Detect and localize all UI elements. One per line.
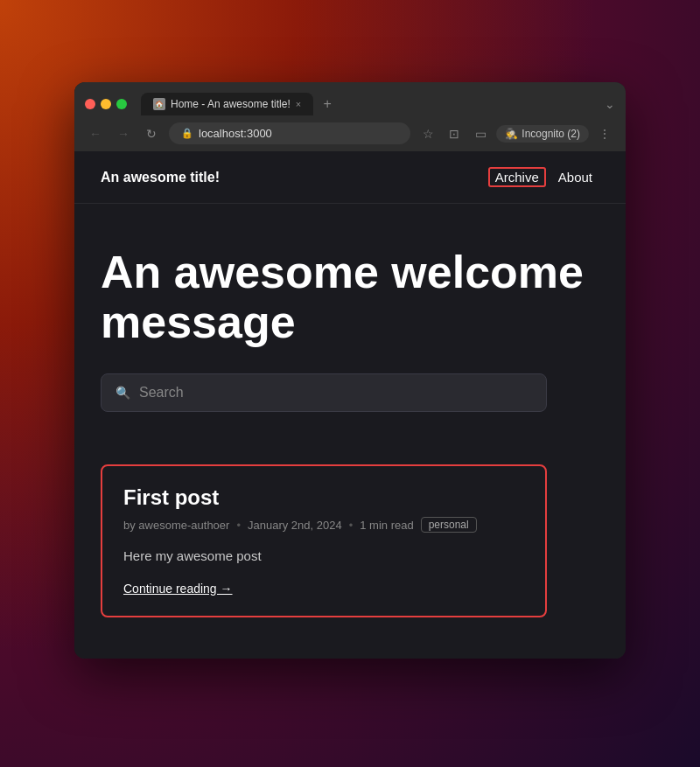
minimize-button[interactable] — [101, 99, 111, 109]
post-author: by awesome-authoer — [123, 519, 229, 532]
post-tag: personal — [421, 517, 477, 533]
profile-icon[interactable]: ▭ — [470, 123, 491, 144]
post-read-time: 1 min read — [360, 519, 413, 532]
lock-icon: 🔒 — [181, 128, 193, 139]
site-title: An awesome title! — [101, 170, 220, 185]
posts-section: First post by awesome-authoer • January … — [74, 438, 626, 644]
back-button[interactable]: ← — [85, 123, 106, 144]
post-meta-dot-2: • — [349, 519, 354, 532]
hero-section: An awesome welcome message 🔍 Search — [74, 204, 626, 438]
address-bar[interactable]: 🔒 localhost:3000 — [169, 122, 410, 144]
post-card: First post by awesome-authoer • January … — [101, 464, 547, 617]
bookmark-icon[interactable]: ☆ — [417, 123, 438, 144]
browser-toolbar: ← → ↻ 🔒 localhost:3000 ☆ ⊡ ▭ 🕵 Incognito… — [74, 115, 626, 151]
menu-icon[interactable]: ⋮ — [594, 123, 615, 144]
browser-titlebar: 🏠 Home - An awesome title! × + ⌄ — [74, 82, 626, 115]
maximize-button[interactable] — [116, 99, 127, 109]
incognito-badge[interactable]: 🕵 Incognito (2) — [496, 125, 589, 143]
address-text: localhost:3000 — [199, 127, 272, 140]
search-box[interactable]: 🔍 Search — [101, 373, 547, 412]
tab-more-button[interactable]: ⌄ — [605, 97, 615, 111]
site-header: An awesome title! Archive About — [74, 151, 626, 204]
extensions-icon[interactable]: ⊡ — [444, 123, 465, 144]
browser-top: 🏠 Home - An awesome title! × + ⌄ — [85, 93, 615, 115]
new-tab-button[interactable]: + — [317, 94, 338, 115]
post-meta: by awesome-authoer • January 2nd, 2024 •… — [123, 517, 524, 533]
post-excerpt: Here my awesome post — [123, 547, 524, 567]
forward-button[interactable]: → — [113, 123, 134, 144]
nav-archive[interactable]: Archive — [488, 167, 546, 187]
incognito-label: Incognito (2) — [522, 128, 580, 140]
toolbar-actions: ☆ ⊡ ▭ 🕵 Incognito (2) ⋮ — [417, 123, 615, 144]
page-content: An awesome title! Archive About An aweso… — [74, 151, 626, 659]
active-tab[interactable]: 🏠 Home - An awesome title! × — [141, 93, 313, 115]
tab-close-button[interactable]: × — [296, 99, 301, 109]
close-button[interactable] — [85, 99, 95, 109]
search-placeholder-text: Search — [139, 385, 184, 401]
post-date: January 2nd, 2024 — [248, 519, 342, 532]
read-more-link[interactable]: Continue reading → — [123, 582, 233, 596]
site-nav: Archive About — [488, 167, 599, 187]
post-title: First post — [123, 485, 524, 510]
refresh-button[interactable]: ↻ — [141, 123, 162, 144]
search-icon: 🔍 — [116, 386, 130, 400]
nav-about[interactable]: About — [551, 167, 599, 187]
post-meta-dot-1: • — [236, 519, 241, 532]
hero-title: An awesome welcome message — [101, 248, 599, 347]
tab-favicon: 🏠 — [153, 98, 165, 110]
tab-bar: 🏠 Home - An awesome title! × + ⌄ — [141, 93, 615, 115]
tab-title-text: Home - An awesome title! — [171, 98, 290, 110]
traffic-lights — [85, 99, 127, 109]
browser-window: 🏠 Home - An awesome title! × + ⌄ ← → ↻ 🔒… — [74, 82, 626, 659]
incognito-icon: 🕵 — [505, 128, 518, 140]
